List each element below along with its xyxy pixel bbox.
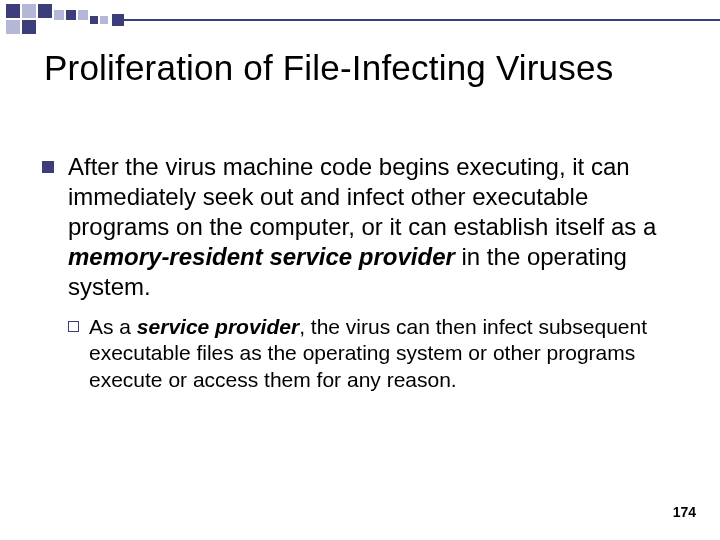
svg-rect-6 <box>6 20 20 34</box>
l2-em: service provider <box>137 315 299 338</box>
square-bullet-icon <box>42 161 54 173</box>
level1-text: After the virus machine code begins exec… <box>68 152 682 302</box>
svg-rect-8 <box>90 16 98 24</box>
slide: Proliferation of File-Infecting Viruses … <box>0 0 720 540</box>
svg-rect-10 <box>112 14 124 26</box>
page-number: 174 <box>673 504 696 520</box>
header-decoration <box>0 0 720 40</box>
l2-pre: As a <box>89 315 137 338</box>
bullet-level2: As a service provider, the virus can the… <box>68 314 682 393</box>
svg-rect-1 <box>22 4 36 18</box>
svg-rect-7 <box>22 20 36 34</box>
level2-text: As a service provider, the virus can the… <box>89 314 682 393</box>
l1-em: memory-resident service provider <box>68 243 455 270</box>
svg-rect-4 <box>66 10 76 20</box>
svg-rect-0 <box>6 4 20 18</box>
slide-body: After the virus machine code begins exec… <box>42 152 682 393</box>
svg-rect-5 <box>78 10 88 20</box>
svg-rect-2 <box>38 4 52 18</box>
svg-rect-9 <box>100 16 108 24</box>
bullet-level1: After the virus machine code begins exec… <box>42 152 682 302</box>
l1-pre: After the virus machine code begins exec… <box>68 153 656 240</box>
svg-rect-3 <box>54 10 64 20</box>
hollow-square-bullet-icon <box>68 321 79 332</box>
slide-title: Proliferation of File-Infecting Viruses <box>44 48 690 88</box>
